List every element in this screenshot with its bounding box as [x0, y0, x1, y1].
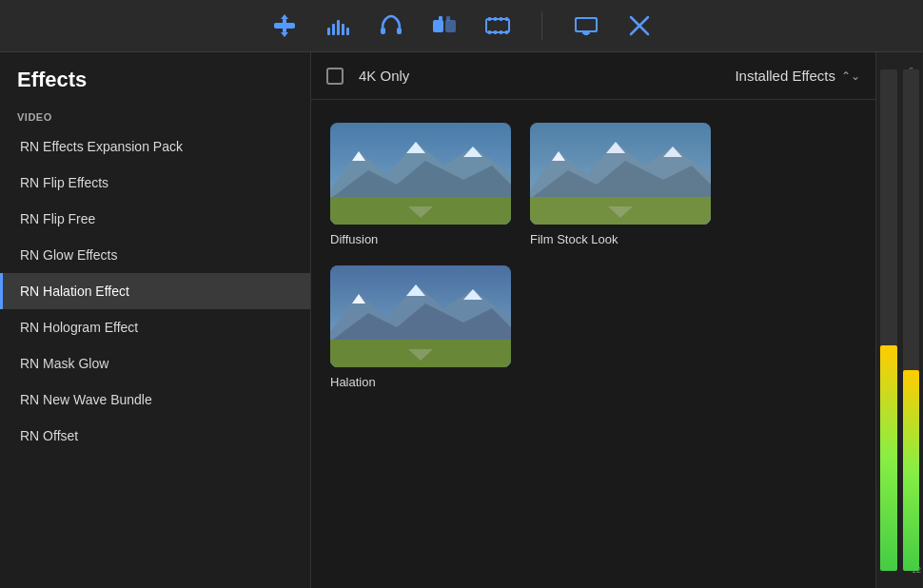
- chevron-down-icon: ⌃⌄: [841, 69, 860, 83]
- svg-rect-20: [488, 30, 491, 34]
- effect-diffusion[interactable]: Diffusion: [330, 123, 511, 246]
- sidebar-item-mask-glow[interactable]: RN Mask Glow: [0, 345, 310, 382]
- meter-bar-1-fill: [880, 345, 897, 571]
- svg-rect-12: [445, 20, 456, 32]
- sidebar: Effects VIDEO RN Effects Expansion Pack …: [0, 52, 311, 588]
- svg-rect-27: [584, 32, 588, 35]
- svg-rect-17: [494, 17, 497, 21]
- svg-rect-1: [283, 19, 286, 32]
- svg-rect-19: [505, 17, 508, 21]
- svg-rect-6: [337, 20, 340, 35]
- monitor-icon[interactable]: [573, 12, 599, 39]
- effect-halation-label: Halation: [330, 375, 511, 389]
- effect-film-stock-thumbnail: [530, 123, 711, 225]
- effect-diffusion-thumbnail: [330, 123, 511, 225]
- toolbar: [0, 0, 923, 52]
- split-clip-icon[interactable]: [271, 12, 298, 39]
- meter-panel: 6 0 -6 -12: [875, 52, 923, 588]
- svg-rect-16: [488, 17, 491, 21]
- close-x-icon[interactable]: [626, 12, 653, 39]
- sidebar-item-glow-effects[interactable]: RN Glow Effects: [0, 237, 310, 273]
- svg-rect-14: [446, 16, 450, 21]
- svg-marker-2: [281, 14, 288, 19]
- effect-film-stock-label: Film Stock Look: [530, 232, 711, 246]
- film-strip-icon[interactable]: [484, 12, 511, 39]
- effects-area: 4K Only Installed Effects ⌃⌄: [311, 52, 875, 588]
- effects-filter-toolbar: 4K Only Installed Effects ⌃⌄: [311, 52, 875, 100]
- meter-bar-1: [880, 69, 897, 571]
- svg-rect-7: [342, 24, 344, 35]
- svg-rect-10: [397, 28, 402, 34]
- 4k-only-checkbox[interactable]: [326, 68, 344, 85]
- effect-film-stock[interactable]: Film Stock Look: [530, 123, 711, 246]
- svg-rect-21: [494, 30, 497, 34]
- audio-levels-icon[interactable]: [324, 12, 351, 39]
- svg-rect-18: [500, 17, 502, 21]
- effects-grid: Diffusion: [311, 100, 875, 588]
- svg-rect-13: [439, 16, 442, 21]
- installed-effects-dropdown[interactable]: Installed Effects ⌃⌄: [735, 68, 860, 84]
- color-board-icon[interactable]: [431, 12, 458, 39]
- sidebar-item-halation-effect[interactable]: RN Halation Effect: [0, 273, 310, 309]
- svg-rect-15: [486, 19, 509, 32]
- sidebar-item-effects-expansion[interactable]: RN Effects Expansion Pack: [0, 128, 310, 165]
- svg-rect-8: [346, 28, 349, 35]
- installed-effects-label: Installed Effects: [735, 68, 835, 84]
- sidebar-item-hologram-effect[interactable]: RN Hologram Effect: [0, 309, 310, 345]
- sidebar-section-video: VIDEO: [0, 104, 310, 128]
- meter-bar-2-fill: [903, 370, 920, 571]
- meter-bar-2: [903, 69, 920, 571]
- sidebar-header: Effects: [0, 52, 310, 104]
- effect-diffusion-label: Diffusion: [330, 232, 511, 246]
- svg-rect-4: [327, 28, 330, 35]
- svg-rect-11: [433, 20, 443, 32]
- svg-rect-22: [500, 30, 502, 34]
- effect-halation-thumbnail: [330, 265, 511, 367]
- effect-halation[interactable]: Halation: [330, 265, 511, 389]
- sidebar-item-flip-free[interactable]: RN Flip Free: [0, 201, 310, 237]
- sidebar-item-offset[interactable]: RN Offset: [0, 418, 310, 454]
- svg-marker-3: [281, 32, 288, 37]
- svg-rect-5: [332, 24, 335, 35]
- 4k-only-label: 4K Only: [359, 68, 409, 84]
- sidebar-item-new-wave-bundle[interactable]: RN New Wave Bundle: [0, 382, 310, 418]
- main-content: Effects VIDEO RN Effects Expansion Pack …: [0, 52, 923, 588]
- headphones-icon[interactable]: [378, 12, 404, 39]
- sidebar-item-flip-effects[interactable]: RN Flip Effects: [0, 165, 310, 201]
- svg-rect-9: [381, 28, 385, 34]
- svg-rect-23: [505, 30, 508, 34]
- svg-rect-25: [577, 19, 596, 30]
